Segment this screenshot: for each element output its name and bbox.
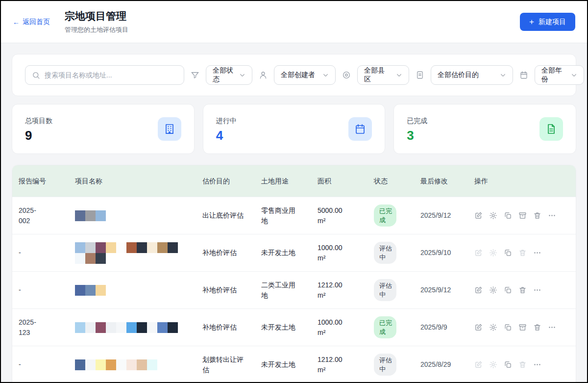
purpose-filter-select[interactable]: 全部估价目的 bbox=[431, 65, 513, 85]
valuation-purpose: 补地价评估 bbox=[202, 279, 261, 301]
area-unit: m² bbox=[318, 253, 359, 263]
creator-filter-select[interactable]: 全部创建者 bbox=[274, 65, 336, 85]
more-icon[interactable] bbox=[548, 211, 556, 220]
area-unit: m² bbox=[318, 290, 359, 301]
chevron-down-icon bbox=[239, 72, 245, 78]
redacted-block bbox=[126, 242, 137, 253]
search-input[interactable] bbox=[45, 71, 177, 79]
project-name-redacted bbox=[75, 359, 188, 370]
col-modified: 最后修改 bbox=[420, 171, 474, 191]
back-to-home-link[interactable]: ← 返回首页 bbox=[13, 18, 50, 26]
more-icon[interactable] bbox=[533, 249, 541, 257]
copy-icon[interactable] bbox=[504, 360, 512, 369]
table-row: - 补地价评估 二类工业用地 1212.00 m² 评估中 2025/9/12 bbox=[12, 271, 576, 308]
col-area: 面积 bbox=[318, 171, 374, 191]
edit-icon[interactable] bbox=[474, 211, 483, 220]
report-no: 2025-123 bbox=[19, 311, 75, 344]
redacted-block bbox=[85, 285, 96, 296]
settings-icon[interactable] bbox=[489, 323, 497, 332]
chevron-down-icon bbox=[322, 72, 329, 78]
redacted-block bbox=[75, 359, 85, 370]
redacted-block bbox=[85, 253, 96, 264]
col-report-no: 报告编号 bbox=[19, 171, 75, 191]
more-icon[interactable] bbox=[548, 323, 556, 332]
copy-icon[interactable] bbox=[504, 211, 512, 220]
valuation-purpose: 划拨转出让评估 bbox=[202, 349, 261, 381]
back-arrow-icon: ← bbox=[13, 18, 20, 26]
redacted-block bbox=[106, 359, 116, 370]
person-icon bbox=[259, 71, 268, 79]
project-name-redacted bbox=[75, 322, 188, 333]
land-use: 二类工业用地 bbox=[261, 274, 318, 306]
redacted-block bbox=[147, 322, 157, 333]
location-icon bbox=[342, 71, 351, 79]
delete-icon[interactable] bbox=[518, 286, 527, 294]
copy-icon[interactable] bbox=[504, 323, 512, 332]
last-modified: 2025/9/12 bbox=[420, 279, 474, 301]
redacted-block bbox=[75, 210, 85, 221]
stat-card-in-progress: 进行中 4 bbox=[203, 104, 386, 154]
settings-icon[interactable] bbox=[489, 286, 497, 294]
copy-icon[interactable] bbox=[504, 286, 512, 294]
top-bar: ← 返回首页 宗地项目管理 管理您的土地评估项目 + 新建项目 bbox=[1, 1, 587, 43]
report-no: - bbox=[19, 354, 75, 376]
new-project-label: 新建项目 bbox=[539, 18, 566, 26]
row-actions bbox=[474, 286, 561, 294]
chevron-down-icon bbox=[396, 72, 402, 78]
area-cell: 5000.00 m² bbox=[318, 200, 374, 232]
redacted-block bbox=[147, 242, 157, 253]
area-value: 1212.00 bbox=[318, 280, 359, 290]
redacted-block bbox=[75, 285, 85, 296]
edit-icon[interactable] bbox=[474, 323, 483, 332]
status-filter-select[interactable]: 全部状态 bbox=[206, 65, 252, 85]
redacted-block bbox=[96, 285, 106, 296]
page-subtitle: 管理您的土地评估项目 bbox=[65, 26, 128, 34]
plus-icon: + bbox=[529, 18, 534, 26]
delete-icon[interactable] bbox=[533, 323, 541, 332]
calendar-icon bbox=[348, 117, 372, 141]
project-name-redacted bbox=[75, 242, 188, 264]
search-box[interactable] bbox=[25, 65, 184, 85]
table-header-row: 报告编号 项目名称 估价目的 土地用途 面积 状态 最后修改 操作 bbox=[12, 165, 576, 197]
delete-icon[interactable] bbox=[533, 211, 541, 220]
stat-cards: 总项目数 9 进行中 4 已完成 3 bbox=[12, 104, 576, 154]
status-badge: 已完成 bbox=[374, 316, 396, 338]
redacted-block bbox=[96, 242, 106, 253]
filter-bar: 全部状态 全部创建者 全部县区 全部估价目的 全部年份 bbox=[12, 54, 576, 96]
creator-filter-value: 全部创建者 bbox=[281, 71, 315, 79]
edit-icon[interactable] bbox=[474, 286, 483, 294]
new-project-button[interactable]: + 新建项目 bbox=[520, 13, 575, 31]
archive-icon[interactable] bbox=[518, 211, 527, 220]
year-filter-value: 全部年份 bbox=[541, 66, 566, 84]
redacted-block bbox=[168, 322, 178, 333]
table-row: 2025-123 补地价评估 未开发土地 1000.00 m² 已完成 2025… bbox=[12, 308, 576, 346]
copy-icon[interactable] bbox=[504, 249, 512, 257]
redacted-block bbox=[137, 322, 147, 333]
stat-completed-value: 3 bbox=[407, 129, 427, 142]
redacted-block bbox=[137, 359, 147, 370]
status-badge: 评估中 bbox=[374, 279, 396, 301]
redacted-block bbox=[96, 253, 106, 264]
more-icon[interactable] bbox=[533, 286, 541, 294]
year-filter-select[interactable]: 全部年份 bbox=[535, 65, 584, 85]
district-filter-value: 全部县区 bbox=[364, 66, 391, 84]
status-badge: 已完成 bbox=[374, 204, 396, 227]
archive-icon[interactable] bbox=[518, 323, 527, 332]
area-value: 1000.00 bbox=[318, 243, 359, 253]
table-row: 2025-002 出让底价评估 零售商业用地 5000.00 m² 已完成 20… bbox=[12, 197, 576, 234]
more-icon[interactable] bbox=[533, 360, 541, 369]
valuation-purpose: 补地价评估 bbox=[202, 242, 261, 264]
redacted-block bbox=[116, 242, 126, 253]
report-no: - bbox=[19, 279, 75, 301]
area-cell: 1212.00 m² bbox=[318, 349, 374, 381]
redacted-block bbox=[147, 359, 157, 370]
last-modified: 2025/9/12 bbox=[420, 204, 474, 227]
calendar-icon bbox=[519, 71, 528, 79]
land-use: 零售商业用地 bbox=[261, 200, 318, 232]
redacted-block bbox=[96, 322, 106, 333]
settings-icon[interactable] bbox=[489, 211, 497, 220]
funnel-icon bbox=[191, 71, 199, 79]
col-purpose: 估价目的 bbox=[202, 171, 261, 191]
land-use: 未开发土地 bbox=[261, 354, 318, 376]
district-filter-select[interactable]: 全部县区 bbox=[357, 65, 409, 85]
